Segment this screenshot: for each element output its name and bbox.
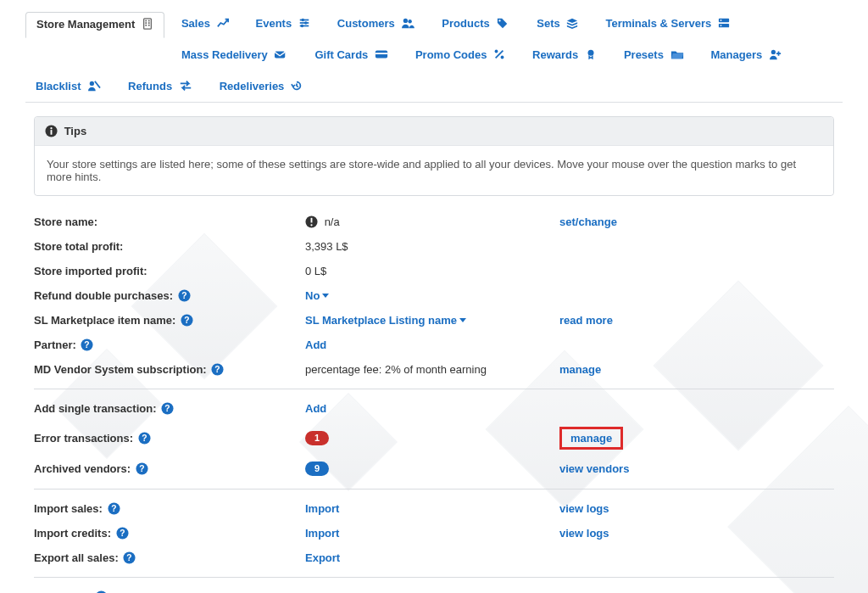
badge-error-count: 1: [305, 431, 329, 445]
folder-open-icon: [670, 48, 684, 63]
sliders-icon: [298, 17, 310, 31]
mailbox-icon: [274, 48, 287, 63]
link-export-sales[interactable]: Export: [305, 551, 340, 564]
svg-rect-4: [148, 22, 150, 24]
percent-icon: [493, 48, 505, 63]
svg-text:?: ?: [120, 529, 125, 538]
tab-terminals[interactable]: Terminals & Servers: [595, 12, 739, 36]
tab-customers[interactable]: Customers: [327, 12, 426, 36]
help-icon[interactable]: ?: [116, 527, 129, 540]
svg-text:?: ?: [142, 434, 147, 443]
link-view-vendors[interactable]: view vendors: [559, 462, 629, 475]
tab-label: Store Management: [36, 18, 135, 31]
row-refund-double: Refund double purchases: ? No: [34, 283, 834, 308]
svg-text:?: ?: [215, 365, 220, 374]
link-import-credits[interactable]: Import: [305, 527, 339, 540]
link-set-change[interactable]: set/change: [559, 215, 617, 228]
help-icon[interactable]: ?: [81, 338, 93, 351]
svg-rect-3: [145, 22, 147, 24]
tab-promo-codes[interactable]: Promo Codes: [405, 43, 515, 68]
link-view-sales-logs[interactable]: view logs: [559, 502, 609, 515]
chevron-down-icon: [459, 318, 466, 322]
svg-rect-6: [148, 25, 150, 26]
svg-point-34: [90, 81, 94, 86]
people-icon: [401, 17, 415, 31]
tab-events[interactable]: Events: [246, 12, 320, 36]
slash-icon: [87, 80, 101, 94]
tab-managers[interactable]: Managers: [701, 43, 793, 68]
svg-text:?: ?: [127, 553, 132, 562]
chart-line-icon: [217, 17, 229, 31]
label-archived-vendors: Archived vendors:: [34, 462, 131, 475]
tab-blacklist[interactable]: Blacklist: [25, 75, 111, 99]
row-marketplace-name: SL Marketplace item name: ? SL Marketpla…: [34, 308, 834, 333]
svg-rect-23: [275, 52, 285, 59]
value-refund-double: No: [305, 289, 320, 302]
dropdown-marketplace-name[interactable]: SL Marketplace Listing name: [305, 314, 466, 327]
help-icon[interactable]: ?: [123, 551, 136, 564]
building-icon: [142, 18, 153, 32]
tab-redeliveries[interactable]: Redeliveries: [209, 75, 313, 99]
tab-label: Products: [442, 17, 489, 30]
help-icon[interactable]: ?: [136, 462, 148, 475]
svg-text:?: ?: [164, 404, 170, 413]
dropdown-refund-double[interactable]: No: [305, 289, 329, 302]
help-icon[interactable]: ?: [108, 502, 120, 515]
history-icon: [291, 80, 303, 94]
tab-label: Gift Cards: [314, 48, 368, 61]
tab-rewards[interactable]: Rewards: [522, 43, 607, 68]
tips-title: Tips: [64, 125, 87, 137]
tab-label: Sales: [181, 17, 210, 30]
help-icon[interactable]: ?: [211, 363, 224, 376]
link-add-partner[interactable]: Add: [305, 338, 326, 351]
svg-point-13: [403, 19, 408, 23]
svg-rect-1: [145, 20, 147, 22]
link-read-more[interactable]: read more: [559, 314, 613, 327]
help-icon[interactable]: ?: [178, 289, 191, 302]
svg-point-31: [771, 50, 776, 54]
svg-point-27: [495, 50, 498, 53]
row-advanced: Advanced: ? change: [34, 585, 834, 593]
tab-label: Promo Codes: [415, 48, 487, 61]
row-archived-vendors: Archived vendors: ? 9 view vendors: [34, 456, 834, 482]
svg-line-35: [95, 81, 100, 88]
tab-store-management[interactable]: Store Management: [25, 12, 164, 38]
row-subscription: MD Vendor System subscription: ? percent…: [34, 357, 834, 382]
tab-label: Blacklist: [36, 80, 81, 92]
tab-products[interactable]: Products: [431, 12, 520, 36]
link-manage-errors[interactable]: manage: [570, 432, 612, 445]
label-partner: Partner:: [34, 338, 76, 351]
link-manage-subscription[interactable]: manage: [559, 363, 601, 376]
help-icon[interactable]: ?: [138, 432, 151, 445]
row-import-sales: Import sales: ? Import view logs: [34, 496, 834, 521]
tab-label: Customers: [337, 17, 395, 30]
label-marketplace-name: SL Marketplace item name:: [34, 314, 175, 327]
tab-presets[interactable]: Presets: [614, 43, 694, 68]
label-error-transactions: Error transactions:: [34, 432, 133, 445]
link-import-sales[interactable]: Import: [305, 502, 339, 515]
tab-sets[interactable]: Sets: [526, 12, 588, 36]
link-add-transaction[interactable]: Add: [305, 402, 326, 415]
help-icon[interactable]: ?: [181, 314, 193, 327]
row-error-transactions: Error transactions: ? 1 manage: [34, 421, 834, 456]
link-view-credits-logs[interactable]: view logs: [559, 527, 609, 540]
row-export-sales: Export all sales: ? Export: [34, 545, 834, 570]
tips-panel: Tips Your store settings are listed here…: [34, 116, 834, 196]
svg-point-37: [50, 127, 52, 129]
row-total-profit: Store total profit: 3,393 L$: [34, 234, 834, 259]
label-import-sales: Import sales:: [34, 502, 103, 515]
help-icon[interactable]: ?: [161, 402, 174, 415]
tab-sales[interactable]: Sales: [171, 12, 239, 36]
tab-label: Managers: [711, 48, 763, 61]
svg-rect-0: [144, 19, 152, 29]
tab-refunds[interactable]: Refunds: [118, 75, 203, 99]
label-export-sales: Export all sales:: [34, 551, 119, 564]
tab-label: Terminals & Servers: [605, 17, 711, 30]
tab-gift-cards[interactable]: Gift Cards: [304, 43, 398, 68]
row-store-name: Store name: n/a set/change: [34, 210, 834, 234]
row-add-transaction: Add single transaction: ? Add: [34, 396, 834, 421]
tab-label: Redeliveries: [220, 80, 285, 92]
server-icon: [718, 17, 730, 31]
tab-mass-redelivery[interactable]: Mass Redelivery: [171, 43, 298, 68]
swap-icon: [179, 80, 192, 94]
